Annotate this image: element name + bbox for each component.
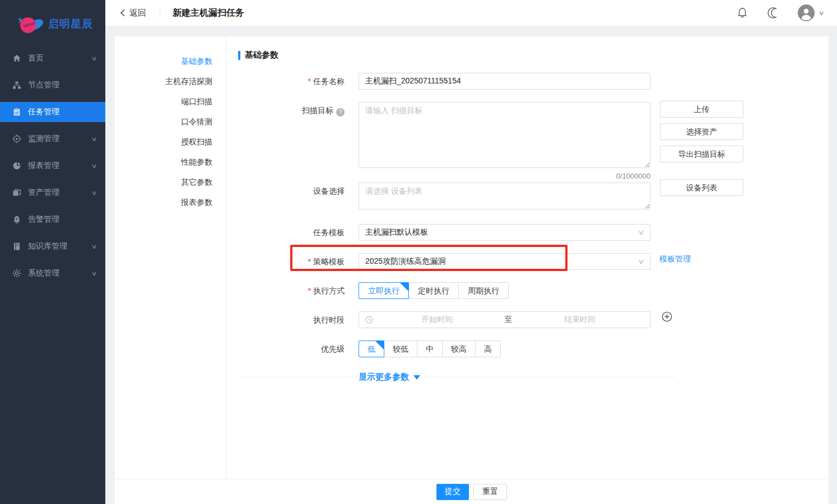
avatar: [798, 4, 815, 21]
topbar-divider: [160, 7, 160, 18]
device-select-label: 设备选择: [238, 183, 359, 212]
anchor-report-params[interactable]: 报表参数: [115, 192, 226, 212]
sidebar-item-knowledge[interactable]: 知识库管理 ∨: [0, 236, 105, 256]
logo-text: 启明星辰: [48, 17, 93, 31]
sidebar-item-home[interactable]: 首页 ∨: [0, 48, 105, 68]
pie-chart-icon: [12, 161, 21, 170]
priority-medium[interactable]: 中: [417, 340, 443, 357]
sidebar: Venus 启明星辰 首页 ∨ 节点管理 任务管理: [0, 0, 105, 504]
exec-window-row: 执行时段 开始时间 至 结束时间: [238, 311, 675, 328]
topbar: 返回 新建主机漏扫任务 ∨: [105, 0, 837, 26]
exec-mode-periodic[interactable]: 周期执行: [458, 282, 509, 299]
sidebar-item-tasks[interactable]: 任务管理: [0, 102, 105, 122]
range-separator: 至: [501, 315, 516, 325]
alarm-bell-icon: [12, 215, 21, 224]
start-time-placeholder: 开始时间: [373, 315, 501, 325]
task-name-input[interactable]: [359, 73, 650, 90]
device-list-button[interactable]: 设备列表: [660, 179, 743, 196]
chevron-down-icon: ∨: [91, 162, 97, 170]
sidebar-item-assets[interactable]: 资产管理 ∨: [0, 183, 105, 203]
exec-mode-immediate[interactable]: 立即执行: [359, 282, 409, 299]
chevron-down-icon: ∨: [91, 243, 97, 250]
main-panel: 基础参数 主机存活探测 端口扫描 口令猜测 授权扫描 性能参数 其它参数 报表参…: [115, 36, 829, 504]
anchor-performance[interactable]: 性能参数: [115, 152, 226, 172]
chevron-down-icon: ∨: [638, 258, 645, 265]
folders-icon: [12, 188, 21, 197]
task-template-select[interactable]: 主机漏扫默认模板 ∨: [359, 224, 650, 241]
gear-icon: [12, 269, 21, 278]
exec-window-label: 执行时段: [238, 311, 359, 328]
submit-button[interactable]: 提交: [436, 484, 469, 500]
notification-bell-icon[interactable]: [736, 7, 748, 19]
section-title: 基础参数: [245, 50, 278, 60]
time-range-picker[interactable]: 开始时间 至 结束时间: [359, 311, 650, 328]
basic-params-form: 基础参数 任务名称 扫描目标? 0/1000000 设备选择 任务模板: [238, 48, 675, 382]
scan-target-textarea[interactable]: [359, 102, 650, 168]
sidebar-item-reports[interactable]: 报表管理 ∨: [0, 156, 105, 176]
sidebar-item-monitor[interactable]: 监测管理 ∨: [0, 129, 105, 149]
device-select-textarea[interactable]: [359, 183, 650, 209]
back-button[interactable]: 返回: [120, 8, 146, 18]
anchor-basic-params[interactable]: 基础参数: [115, 51, 226, 71]
anchor-nav: 基础参数 主机存活探测 端口扫描 口令猜测 授权扫描 性能参数 其它参数 报表参…: [115, 36, 226, 479]
template-manage-link[interactable]: 模板管理: [659, 254, 691, 264]
divider: [426, 377, 675, 377]
priority-label: 优先级: [238, 340, 359, 357]
exec-mode-row: 执行方式 立即执行 定时执行 周期执行: [238, 282, 675, 299]
add-time-range-button[interactable]: [662, 311, 672, 322]
chevron-down-icon: ∨: [818, 10, 824, 17]
chevron-down-icon: ∨: [638, 228, 645, 236]
sidebar-item-nodes[interactable]: 节点管理: [0, 75, 105, 95]
section-header: 基础参数: [238, 50, 675, 60]
chevron-down-icon: ∨: [91, 270, 97, 277]
exec-mode-label: 执行方式: [238, 282, 359, 299]
exec-mode-scheduled[interactable]: 定时执行: [408, 282, 459, 299]
policy-template-label: 策略模板: [238, 253, 359, 270]
priority-high[interactable]: 高: [475, 340, 501, 357]
reset-button[interactable]: 重置: [473, 484, 507, 500]
priority-higher[interactable]: 较高: [442, 340, 476, 357]
home-icon: [12, 54, 21, 63]
priority-lower[interactable]: 较低: [384, 340, 417, 357]
form-footer: 提交 重置: [115, 479, 829, 504]
export-targets-button[interactable]: 导出扫描目标: [660, 146, 743, 162]
nodes-icon: [12, 81, 21, 90]
show-more-params-link[interactable]: 显示更多参数: [359, 372, 420, 382]
anchor-host-alive[interactable]: 主机存活探测: [115, 71, 226, 91]
anchor-auth-scan[interactable]: 授权扫描: [115, 132, 226, 152]
end-time-placeholder: 结束时间: [516, 315, 644, 325]
chevron-down-icon: ∨: [91, 189, 97, 197]
exec-mode-group: 立即执行 定时执行 周期执行: [359, 282, 650, 299]
sidebar-item-alerts[interactable]: 告警管理: [0, 209, 105, 230]
triangle-down-icon: [413, 375, 420, 380]
more-params-row: 显示更多参数: [238, 372, 675, 382]
sidebar-item-system[interactable]: 系统管理 ∨: [0, 263, 105, 283]
char-counter: 0/1000000: [359, 172, 650, 180]
topbar-actions: ∨: [736, 4, 824, 21]
upload-button[interactable]: 上传: [660, 101, 743, 118]
policy-template-select[interactable]: 2025攻防演练高危漏洞 ∨: [359, 253, 650, 270]
task-template-row: 任务模板 主机漏扫默认模板 ∨: [238, 224, 675, 241]
chevron-left-icon: [120, 9, 125, 17]
task-name-label: 任务名称: [238, 73, 359, 90]
priority-low[interactable]: 低: [359, 340, 384, 357]
clock-icon: [365, 316, 373, 324]
anchor-password-guess[interactable]: 口令猜测: [115, 111, 226, 132]
clipboard-check-icon: [12, 108, 21, 116]
select-assets-button[interactable]: 选择资产: [660, 123, 743, 140]
scan-target-row: 扫描目标? 0/1000000: [238, 102, 675, 180]
priority-group: 低 较低 中 较高 高: [359, 340, 650, 357]
priority-row: 优先级 低 较低 中 较高 高: [238, 340, 675, 357]
app-logo: Venus 启明星辰: [0, 0, 105, 48]
anchor-other-params[interactable]: 其它参数: [115, 172, 226, 192]
section-accent-bar: [238, 51, 240, 60]
user-menu[interactable]: ∨: [798, 4, 824, 21]
task-name-row: 任务名称: [238, 73, 675, 90]
book-icon: [12, 242, 21, 251]
help-icon[interactable]: ?: [336, 108, 345, 116]
device-select-row: 设备选择: [238, 183, 675, 212]
venustech-logo-icon: Venus: [16, 11, 45, 37]
dark-mode-moon-icon[interactable]: [768, 7, 780, 19]
anchor-port-scan[interactable]: 端口扫描: [115, 91, 226, 111]
page-title: 新建主机漏扫任务: [173, 7, 244, 19]
